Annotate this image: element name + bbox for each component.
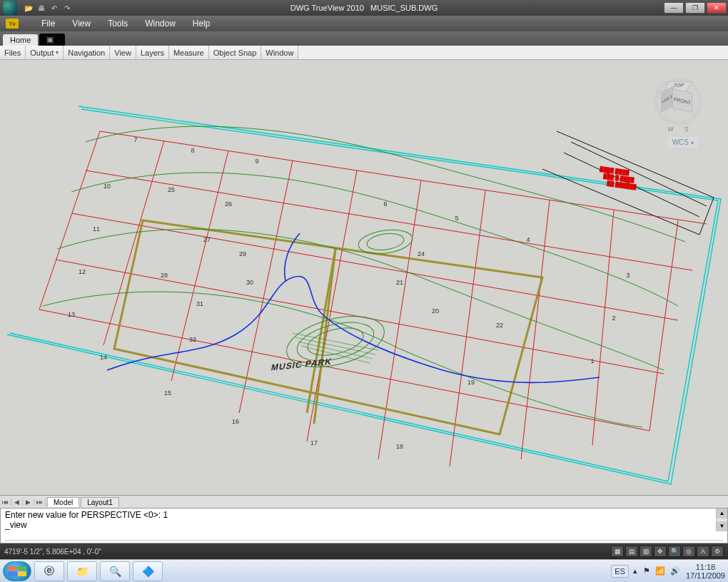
qat-undo-icon[interactable]: ↶ <box>49 2 60 14</box>
tray-flag-icon[interactable]: ⚑ <box>643 566 650 575</box>
viewcube-face-front[interactable]: FRONT <box>672 88 692 113</box>
svg-text:21: 21 <box>396 279 403 286</box>
scroll-down-icon[interactable]: ▼ <box>717 521 727 531</box>
status-layout-toggle[interactable]: ▧ <box>639 546 652 557</box>
svg-text:9: 9 <box>255 158 258 165</box>
app-icon[interactable] <box>3 1 17 15</box>
taskbar-ie-icon[interactable]: ⓔ <box>34 561 64 581</box>
svg-text:8: 8 <box>191 147 194 154</box>
svg-text:7: 7 <box>133 136 137 143</box>
svg-text:18: 18 <box>396 443 403 450</box>
svg-line-19 <box>649 220 678 431</box>
taskbar-explorer-icon[interactable]: 📁 <box>67 561 97 581</box>
menu-tools[interactable]: Tools <box>108 19 128 29</box>
ribbon-panel-measure[interactable]: Measure <box>169 46 209 59</box>
svg-text:4: 4 <box>526 236 530 243</box>
taskbar-trueview-icon[interactable]: 🔷 <box>133 561 163 581</box>
wcs-dropdown[interactable]: WCS <box>668 137 698 148</box>
svg-text:2: 2 <box>612 315 615 322</box>
svg-text:29: 29 <box>239 250 246 257</box>
status-bar: 4719'-5 1/2", 5.806E+04 , 0'-0" ▦ ▤ ▧ ✥ … <box>0 543 728 559</box>
layout-tab-layout1[interactable]: Layout1 <box>81 497 119 507</box>
svg-line-17 <box>521 200 550 459</box>
start-button[interactable] <box>3 561 31 581</box>
svg-line-12 <box>171 150 228 381</box>
qat-open-icon[interactable]: 📂 <box>23 2 34 14</box>
tray-clock[interactable]: 11:18 17/11/2009 <box>686 563 725 580</box>
maximize-button[interactable]: ❐ <box>685 2 705 14</box>
ribbon-tab-home[interactable]: Home <box>3 34 38 46</box>
status-orbit-icon[interactable]: ◎ <box>682 546 695 557</box>
svg-line-10 <box>39 131 100 310</box>
tray-icons[interactable]: ⚑ 📶 🔊 <box>642 566 682 576</box>
svg-text:12: 12 <box>79 268 86 275</box>
status-settings-icon[interactable]: ⚙ <box>711 546 724 557</box>
ribbon-panel-files[interactable]: Files <box>0 46 26 59</box>
minimize-button[interactable]: — <box>664 2 684 14</box>
command-input[interactable] <box>5 540 723 541</box>
svg-text:3: 3 <box>626 272 630 279</box>
svg-text:14: 14 <box>100 354 107 361</box>
trueview-badge-icon[interactable]: Tv <box>6 19 19 29</box>
quick-access-toolbar: 📂 🖶 ↶ ↷ <box>23 2 73 14</box>
ribbon-panel-object-snap[interactable]: Object Snap <box>209 46 262 59</box>
ribbon-panel-window[interactable]: Window <box>261 46 298 59</box>
menu-file[interactable]: File <box>41 19 55 29</box>
layout-nav-prev-icon[interactable]: ◀ <box>11 499 23 506</box>
drawing-svg: ████ ████ ███ █ ████ ██ ██████ <box>0 60 728 495</box>
windows-taskbar: ⓔ 📁 🔍 🔷 ES ▴ ⚑ 📶 🔊 11:18 17/11/2009 <box>0 559 728 582</box>
ribbon-tab-collapse[interactable]: ▣ <box>39 34 65 46</box>
svg-text:20: 20 <box>432 307 439 315</box>
window-title: DWG TrueView 2010 MUSIC_SUB.DWG <box>290 4 438 12</box>
status-coordinates: 4719'-5 1/2", 5.806E+04 , 0'-0" <box>4 548 101 556</box>
tray-network-icon[interactable]: 📶 <box>655 566 665 575</box>
svg-line-18 <box>592 210 614 445</box>
status-grid-toggle[interactable]: ▤ <box>625 546 638 557</box>
status-zoom-icon[interactable]: 🔍 <box>668 546 681 557</box>
layout-nav-first-icon[interactable]: ⏮ <box>0 499 11 506</box>
ribbon-panel-output[interactable]: Output <box>26 46 64 59</box>
qat-plot-icon[interactable]: 🖶 <box>36 2 47 14</box>
svg-text:10: 10 <box>103 183 111 190</box>
svg-line-21 <box>307 249 335 413</box>
command-scrollbar[interactable]: ▲ ▼ <box>716 509 727 531</box>
close-button[interactable]: ✕ <box>707 2 727 14</box>
svg-text:31: 31 <box>196 300 203 307</box>
status-annoscale-icon[interactable]: A <box>697 546 709 557</box>
menu-view[interactable]: View <box>72 19 91 29</box>
layout-nav-last-icon[interactable]: ⏭ <box>34 499 46 506</box>
svg-text:16: 16 <box>232 418 239 425</box>
layout-nav-next-icon[interactable]: ▶ <box>23 499 34 506</box>
drawing-canvas[interactable]: ████ ████ ███ █ ████ ██ ██████ <box>0 60 728 495</box>
taskbar-magnifier-icon[interactable]: 🔍 <box>100 561 130 581</box>
tray-language[interactable]: ES <box>611 565 629 578</box>
svg-text:22: 22 <box>496 322 503 329</box>
status-pan-icon[interactable]: ✥ <box>654 546 667 557</box>
qat-redo-icon[interactable]: ↷ <box>61 2 73 14</box>
layout-tab-model[interactable]: Model <box>47 497 79 507</box>
command-history-line: _view <box>5 520 723 530</box>
ribbon-panel-navigation[interactable]: Navigation <box>64 46 110 59</box>
svg-text:17: 17 <box>310 439 318 446</box>
ribbon-panel-layers[interactable]: Layers <box>136 46 169 59</box>
svg-line-11 <box>103 141 164 345</box>
ribbon-panel-view[interactable]: View <box>110 46 136 59</box>
svg-text:24: 24 <box>418 250 425 257</box>
menu-help[interactable]: Help <box>193 19 211 29</box>
ribbon-tab-strip: Home ▣ <box>0 31 728 46</box>
status-model-toggle[interactable]: ▦ <box>611 546 624 557</box>
command-window[interactable]: Enter new value for PERSPECTIVE <0>: 1 _… <box>0 508 728 543</box>
tray-show-hidden-icon[interactable]: ▴ <box>633 566 637 576</box>
svg-text:13: 13 <box>68 311 75 318</box>
window-controls: — ❐ ✕ <box>664 2 728 14</box>
menu-window[interactable]: Window <box>145 19 176 29</box>
scroll-up-icon[interactable]: ▲ <box>717 509 727 519</box>
svg-text:26: 26 <box>225 200 232 208</box>
svg-text:28: 28 <box>161 272 168 279</box>
tray-volume-icon[interactable]: 🔊 <box>670 566 680 575</box>
viewcube[interactable]: TOP LEFT FRONT W S <box>649 73 707 130</box>
ribbon-panel-strip: Files Output Navigation View Layers Meas… <box>0 46 728 60</box>
svg-text:1: 1 <box>590 357 594 364</box>
svg-text:27: 27 <box>203 236 211 243</box>
svg-marker-20 <box>114 220 542 434</box>
